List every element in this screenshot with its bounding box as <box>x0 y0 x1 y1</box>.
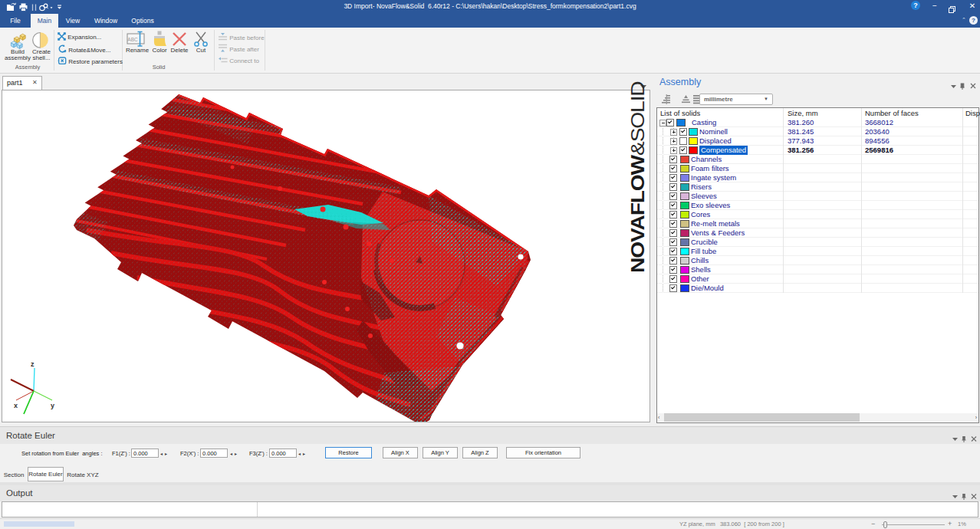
svg-text:z: z <box>31 360 35 368</box>
svg-text:y: y <box>51 402 54 409</box>
svg-text:ABC: ABC <box>127 37 138 42</box>
svg-text:x: x <box>14 402 18 409</box>
